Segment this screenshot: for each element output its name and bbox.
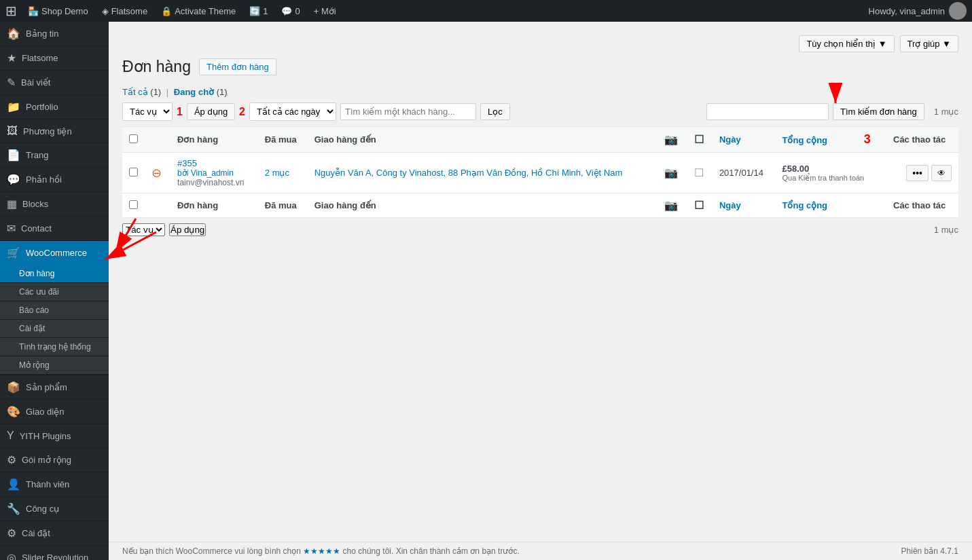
footer: Nếu bạn thích WooCommerce vui lòng bình … xyxy=(109,542,972,560)
tf-checkbox xyxy=(122,193,145,218)
flatsome-icon: ◈ xyxy=(102,6,109,16)
eye-button[interactable]: 👁 xyxy=(931,165,952,181)
sidebar-sub-tinh-trang[interactable]: Tình trạng hệ thống xyxy=(0,338,109,356)
table-footer-row: Đơn hàng Đã mua Giao hàng đến 📷 ☐ Ngày T… xyxy=(122,193,958,218)
select-all-checkbox[interactable] xyxy=(129,134,138,143)
flatsome-menu[interactable]: ◈ Flatsome xyxy=(99,6,150,16)
comment-menu[interactable]: 🔄 1 xyxy=(247,6,270,16)
sidebar-item-woocommerce[interactable]: 🛒 WooCommerce Đơn hàng Các ưu đãi Báo cá… xyxy=(0,241,109,375)
apply-button-top[interactable]: Áp dụng xyxy=(187,103,235,120)
tuy-chon-hien-thi-button[interactable]: Tùy chọn hiển thị ▼ xyxy=(799,35,894,52)
order-link[interactable]: #355 xyxy=(177,158,197,168)
comments-icon: 💬 xyxy=(7,173,20,186)
shop-demo-menu[interactable]: 🏪 Shop Demo xyxy=(25,6,91,16)
sidebar-item-san-pham[interactable]: 📦Sản phẩm xyxy=(0,375,109,400)
sidebar-item-phan-hoi[interactable]: 💬Phản hồi xyxy=(0,168,109,192)
th-total-link[interactable]: Tổng cộng 3 xyxy=(782,135,871,145)
search-orders-button[interactable]: Tìm kiếm đơn hàng xyxy=(833,103,924,120)
bulk-action-select-top[interactable]: Tác vụ xyxy=(122,102,173,121)
th-actions: Các thao tác xyxy=(886,127,958,153)
yith-icon: Y xyxy=(7,430,14,442)
apply-button-bottom[interactable]: Áp dụng xyxy=(169,223,206,236)
appearance-icon: 🎨 xyxy=(7,405,20,418)
customer-search-input[interactable] xyxy=(340,103,476,120)
sidebar-item-cong-cu[interactable]: 🔧Công cụ xyxy=(0,497,109,521)
sidebar-item-blocks[interactable]: ▦Blocks xyxy=(0,192,109,217)
bulk-action-select-bottom[interactable]: Tác vụ xyxy=(122,223,165,236)
order-author-link[interactable]: bởi Vina_admin xyxy=(177,168,251,178)
sidebar-sub-bao-cao[interactable]: Báo cáo xyxy=(0,301,109,320)
add-order-button[interactable]: Thêm đơn hàng xyxy=(199,58,276,75)
bell-icon: 💬 xyxy=(281,6,292,16)
sidebar-sub-cac-uu-dai[interactable]: Các ưu đãi xyxy=(0,283,109,301)
tf-purchased: Đã mua xyxy=(258,193,308,218)
address-link[interactable]: Nguyễn Văn A, Công ty Vinahost, 88 Phạm … xyxy=(314,168,623,178)
sidebar-sub-mo-rong[interactable]: Mở rộng xyxy=(0,356,109,375)
sidebar-item-yith[interactable]: YYITH Plugins xyxy=(0,424,109,448)
sidebar-item-bang-tin[interactable]: 🏠Bảng tin xyxy=(0,22,109,46)
sidebar-item-portfolio[interactable]: 📁Portfolio xyxy=(0,95,109,119)
filter-button[interactable]: Lọc xyxy=(480,103,510,120)
sidebar-item-thanh-vien[interactable]: 👤Thành viên xyxy=(0,472,109,497)
order-search-input[interactable] xyxy=(706,103,829,120)
sidebar-item-phuong-tien[interactable]: 🖼Phương tiện xyxy=(0,119,109,143)
th-icon1: 📷 xyxy=(658,127,687,153)
row-total-cell: £58.00 Qua Kiểm tra thanh toán xyxy=(776,153,887,193)
th-total: Tổng cộng 3 xyxy=(776,127,887,153)
main-content: Tùy chọn hiển thị ▼ Trợ giúp ▼ Đơn hàng … xyxy=(109,22,972,560)
new-menu[interactable]: + Mới xyxy=(311,6,339,16)
dots-button[interactable]: ••• xyxy=(906,165,929,181)
settings-icon: ⚙ xyxy=(7,527,16,540)
th-date-link[interactable]: Ngày xyxy=(719,134,741,145)
footer-version: Phiên bản 4.7.1 xyxy=(901,546,958,556)
tf-date-link[interactable]: Ngày xyxy=(719,200,741,210)
table-header-row: Đơn hàng Đã mua Giao hàng đến 📷 ☐ Ngày T… xyxy=(122,127,958,153)
item-count-bottom: 1 mục xyxy=(934,225,958,235)
items-link[interactable]: 2 mục xyxy=(265,168,289,178)
sidebar-item-cai-dat[interactable]: ⚙Cài đặt xyxy=(0,521,109,546)
sidebar-item-contact[interactable]: ✉Contact xyxy=(0,217,109,241)
total-substatus: Qua Kiểm tra thanh toán xyxy=(782,174,880,183)
tf-shipping: Giao hàng đến xyxy=(308,193,658,218)
row-icon2-cell: ☐ xyxy=(687,153,713,193)
filter-all-link[interactable]: Tất cả xyxy=(122,87,148,97)
howdy-section: Howdy, vina_admin xyxy=(869,2,967,20)
sidebar-item-giao-dien[interactable]: 🎨Giao diện xyxy=(0,400,109,424)
tools-icon: 🔧 xyxy=(7,502,20,515)
select-all-footer-checkbox[interactable] xyxy=(129,200,138,209)
tf-date: Ngày xyxy=(713,193,776,218)
tf-actions: Các thao tác xyxy=(886,193,958,218)
sidebar-sub-cai-dat[interactable]: Cài đặt xyxy=(0,320,109,338)
page-title: Đơn hàng xyxy=(122,58,191,76)
tf-total-link[interactable]: Tổng cộng xyxy=(782,200,828,210)
tro-giup-button[interactable]: Trợ giúp ▼ xyxy=(900,35,958,52)
date-filter-select[interactable]: Tất cả các ngày xyxy=(249,102,336,121)
shop-icon: 🏪 xyxy=(28,6,39,16)
sidebar-sub-don-hang[interactable]: Đơn hàng xyxy=(0,265,109,283)
tf-total: Tổng cộng xyxy=(776,193,887,218)
slider-icon: ◎ xyxy=(7,551,16,560)
filter-separator: | xyxy=(166,87,171,97)
products-icon: 📦 xyxy=(7,381,20,394)
sidebar-item-flatsome[interactable]: ★Flatsome xyxy=(0,46,109,71)
row-order-cell: #355 bởi Vina_admin tainv@vinahost.vn xyxy=(170,153,258,193)
sidebar-item-goi-mo-rong[interactable]: ⚙Gói mở rộng xyxy=(0,448,109,472)
total-amount: £58.00 xyxy=(782,164,810,174)
th-order: Đơn hàng xyxy=(170,127,258,153)
filter-waiting-link[interactable]: Đang chờ xyxy=(174,87,214,97)
sidebar-item-bai-viet[interactable]: ✎Bài viết xyxy=(0,71,109,95)
footer-stars-link[interactable]: ★★★★★ xyxy=(303,546,340,556)
topbar: ⊞ 🏪 Shop Demo ◈ Flatsome 🔒 Activate Them… xyxy=(0,0,972,22)
search-right: Tìm kiếm đơn hàng xyxy=(706,103,924,120)
sidebar-item-slider[interactable]: ◎Slider Revolution xyxy=(0,546,109,560)
tf-status xyxy=(145,193,170,218)
activate-theme-menu[interactable]: 🔒 Activate Theme xyxy=(158,6,238,16)
page-header: Đơn hàng Thêm đơn hàng xyxy=(122,58,958,76)
comment-icon: 🔄 xyxy=(249,6,260,16)
sidebar-item-trang[interactable]: 📄Trang xyxy=(0,143,109,168)
row-checkbox[interactable] xyxy=(129,168,138,176)
notification-menu[interactable]: 💬 0 xyxy=(278,6,302,16)
pages-icon: 📄 xyxy=(7,149,20,162)
image-icon: 📷 xyxy=(664,167,678,179)
row-icon1-cell: 📷 xyxy=(658,153,687,193)
